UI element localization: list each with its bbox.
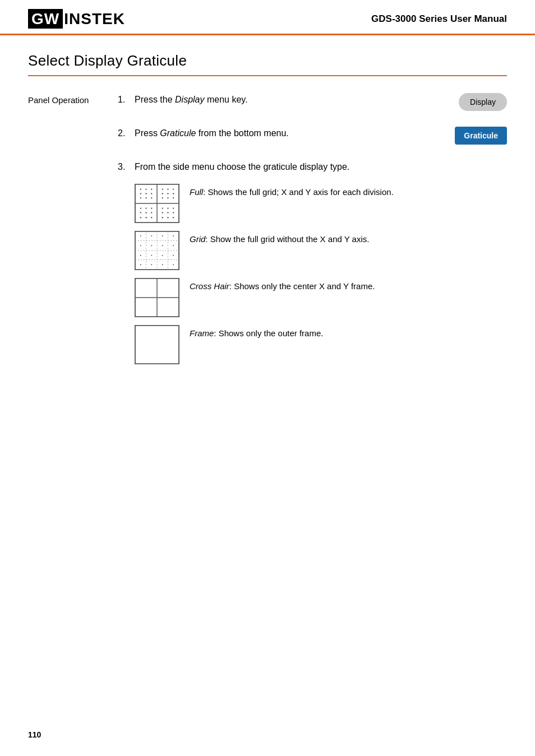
svg-point-6 xyxy=(140,193,141,194)
svg-point-49 xyxy=(173,235,174,236)
full-desc: Full: Shows the full grid; X and Y axis … xyxy=(190,184,394,199)
svg-point-58 xyxy=(140,264,141,265)
svg-point-14 xyxy=(173,189,174,190)
svg-point-60 xyxy=(162,264,163,265)
frame-name: Frame xyxy=(190,328,214,338)
grid-icon xyxy=(135,231,179,270)
svg-point-11 xyxy=(151,197,152,198)
crosshair-desc: Cross Hair: Shows only the center X and … xyxy=(190,278,375,293)
svg-point-57 xyxy=(173,255,174,256)
svg-point-7 xyxy=(145,193,146,194)
svg-point-50 xyxy=(140,245,141,246)
svg-point-35 xyxy=(173,212,174,213)
content: Select Display Graticule Panel Operation… xyxy=(0,35,535,402)
step-2-italic: Graticule xyxy=(160,128,196,138)
step-2-button-container: Graticule xyxy=(455,127,507,145)
header-title: GDS-3000 Series User Manual xyxy=(371,13,507,25)
svg-point-56 xyxy=(162,255,163,256)
logo-gw: GW xyxy=(28,9,63,29)
option-crosshair: Cross Hair: Shows only the center X and … xyxy=(135,278,507,317)
full-name: Full xyxy=(190,187,203,197)
svg-point-29 xyxy=(151,217,152,218)
svg-point-27 xyxy=(140,217,141,218)
frame-icon xyxy=(135,325,179,364)
crosshair-desc-text: : Shows only the center X and Y frame. xyxy=(229,281,375,291)
full-desc-text: : Shows the full grid; X and Y axis for … xyxy=(203,187,394,197)
svg-point-53 xyxy=(173,245,174,246)
svg-point-21 xyxy=(140,208,141,209)
grid-name: Grid xyxy=(190,234,205,244)
frame-desc: Frame: Shows only the outer frame. xyxy=(190,325,323,340)
svg-point-28 xyxy=(145,217,146,218)
step-1: 1. Press the Display menu key. Display xyxy=(118,93,507,111)
panel-label: Panel Operation xyxy=(28,93,118,380)
grid-desc-text: : Show the full grid without the X and Y… xyxy=(205,234,369,244)
svg-point-52 xyxy=(162,245,163,246)
svg-point-25 xyxy=(145,212,146,213)
svg-point-13 xyxy=(167,189,168,190)
svg-point-54 xyxy=(140,255,141,256)
svg-point-23 xyxy=(151,208,152,209)
svg-point-46 xyxy=(140,235,141,236)
section-divider xyxy=(28,75,507,76)
step-3-number: 3. xyxy=(118,160,135,172)
svg-point-59 xyxy=(151,264,152,265)
svg-point-38 xyxy=(173,217,174,218)
display-button[interactable]: Display xyxy=(459,93,507,111)
svg-point-47 xyxy=(151,235,152,236)
svg-point-61 xyxy=(173,264,174,265)
steps-container: 1. Press the Display menu key. Display 2… xyxy=(118,93,507,380)
svg-point-33 xyxy=(162,212,163,213)
page: GWINSTEK GDS-3000 Series User Manual Sel… xyxy=(0,0,535,756)
svg-rect-65 xyxy=(135,326,179,364)
svg-point-9 xyxy=(140,197,141,198)
step-2: 2. Press Graticule from the bottom menu.… xyxy=(118,127,507,145)
page-number: 110 xyxy=(28,730,41,739)
header: GWINSTEK GDS-3000 Series User Manual xyxy=(0,0,535,35)
crosshair-icon xyxy=(135,278,179,317)
svg-point-32 xyxy=(173,208,174,209)
svg-point-51 xyxy=(151,245,152,246)
svg-point-18 xyxy=(162,197,163,198)
graticule-options: Full: Shows the full grid; X and Y axis … xyxy=(135,184,507,364)
svg-point-5 xyxy=(151,189,152,190)
svg-point-48 xyxy=(162,235,163,236)
svg-point-17 xyxy=(173,193,174,194)
panel-section: Panel Operation 1. Press the Display men… xyxy=(28,93,507,380)
step-2-number: 2. xyxy=(118,127,135,138)
svg-point-37 xyxy=(167,217,168,218)
step-3-text: From the side menu choose the graticule … xyxy=(135,160,507,174)
svg-point-55 xyxy=(151,255,152,256)
svg-point-36 xyxy=(162,217,163,218)
step-3-content: From the side menu choose the graticule … xyxy=(135,160,507,364)
step-1-italic: Display xyxy=(175,95,204,104)
svg-point-30 xyxy=(162,208,163,209)
svg-point-24 xyxy=(140,212,141,213)
svg-point-15 xyxy=(162,193,163,194)
graticule-button[interactable]: Graticule xyxy=(455,127,507,145)
svg-point-12 xyxy=(162,189,163,190)
option-frame: Frame: Shows only the outer frame. xyxy=(135,325,507,364)
svg-point-4 xyxy=(145,189,146,190)
svg-point-22 xyxy=(145,208,146,209)
section-title: Select Display Graticule xyxy=(28,52,507,69)
crosshair-name: Cross Hair xyxy=(190,281,229,291)
svg-point-34 xyxy=(167,212,168,213)
step-1-button-container: Display xyxy=(459,93,507,111)
svg-point-26 xyxy=(151,212,152,213)
svg-point-20 xyxy=(173,197,174,198)
svg-point-8 xyxy=(151,193,152,194)
step-2-content: Press Graticule from the bottom menu. xyxy=(135,127,444,140)
logo: GWINSTEK xyxy=(28,10,125,28)
option-grid: Grid: Show the full grid without the X a… xyxy=(135,231,507,270)
full-icon xyxy=(135,184,179,223)
frame-desc-text: : Shows only the outer frame. xyxy=(214,328,323,338)
svg-point-19 xyxy=(167,197,168,198)
svg-point-10 xyxy=(145,197,146,198)
svg-point-3 xyxy=(140,189,141,190)
grid-desc: Grid: Show the full grid without the X a… xyxy=(190,231,369,246)
step-1-number: 1. xyxy=(118,93,135,105)
svg-point-16 xyxy=(167,193,168,194)
logo-instek: INSTEK xyxy=(64,10,125,27)
step-3: 3. From the side menu choose the graticu… xyxy=(118,160,507,364)
